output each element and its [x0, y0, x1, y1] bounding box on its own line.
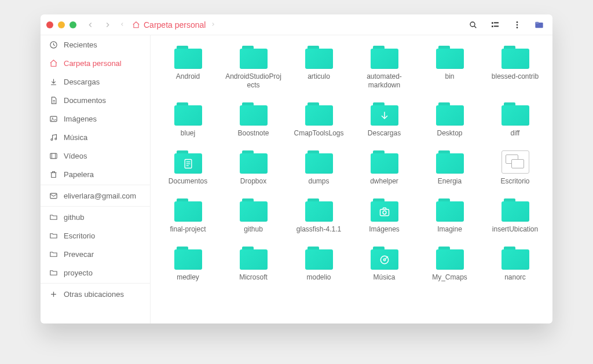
download-icon	[49, 77, 58, 86]
folder-label: glassfish-4.1.1	[296, 225, 341, 234]
folder-label: Documentos	[169, 177, 207, 186]
folder-item-github[interactable]: github	[222, 198, 285, 234]
folder-label: bin	[445, 72, 454, 81]
maximize-window-button[interactable]	[69, 21, 76, 28]
svg-rect-4	[492, 25, 493, 27]
breadcrumb[interactable]: Carpeta personal	[132, 20, 206, 30]
folder-item-final-project[interactable]: final-project	[156, 198, 219, 234]
folder-label: CmapToolsLogs	[294, 129, 343, 138]
folder-icon	[174, 46, 202, 69]
folder-label: modelio	[306, 273, 331, 282]
image-icon	[49, 114, 58, 123]
back-button[interactable]	[83, 18, 97, 32]
sidebar-item-escritorio[interactable]: Escritorio	[41, 226, 150, 245]
folder-label: Dropbox	[240, 177, 266, 186]
folder-item-desktop[interactable]: Desktop	[418, 102, 481, 138]
folder-item-diff[interactable]: diff	[484, 102, 547, 138]
folder-icon	[305, 150, 333, 174]
folder-item-dumps[interactable]: dumps	[287, 150, 350, 186]
folder-icon	[240, 198, 268, 222]
folder-item-modelio[interactable]: modelio	[287, 247, 350, 282]
menu-button[interactable]	[510, 17, 525, 32]
svg-rect-5	[494, 25, 499, 27]
folder-icon	[240, 102, 268, 126]
image-overlay-icon	[371, 201, 398, 222]
folder-icon	[371, 247, 398, 270]
svg-point-6	[517, 21, 518, 23]
sidebar-item-account[interactable]: eliverlara@gmail.com	[41, 186, 150, 205]
folder-icon	[174, 102, 202, 126]
folder-item-cmaptoolslogs[interactable]: CmapToolsLogs	[287, 102, 350, 138]
sidebar-item-vi-deos[interactable]: Vídeos	[41, 146, 150, 165]
svg-point-0	[470, 22, 475, 27]
files-app-icon[interactable]	[532, 17, 547, 32]
folder-label: articulo	[308, 72, 330, 81]
svg-rect-2	[492, 22, 493, 24]
folder-item-nanorc[interactable]: nanorc	[484, 247, 547, 282]
folder-icon	[174, 198, 202, 222]
folder-icon	[240, 46, 268, 69]
folder-label: My_Cmaps	[432, 273, 467, 282]
search-button[interactable]	[466, 17, 481, 32]
folder-item-androidstudioprojects[interactable]: AndroidStudioProjects	[222, 46, 285, 90]
breadcrumb-separator-icon	[119, 20, 125, 29]
folder-item-energia[interactable]: Energia	[418, 150, 481, 186]
folder-icon	[240, 150, 268, 174]
sidebar-item-proyecto[interactable]: proyecto	[41, 263, 150, 282]
folder-item-documentos[interactable]: Documentos	[156, 150, 219, 186]
sidebar-item-descargas[interactable]: Descargas	[41, 72, 150, 91]
folder-label: Boostnote	[237, 129, 269, 138]
folder-item-articulo[interactable]: articulo	[287, 46, 350, 90]
sidebar-item-documentos[interactable]: Documentos	[41, 91, 150, 109]
folder-item-dropbox[interactable]: Dropbox	[222, 150, 285, 186]
file-manager-window: Carpeta personal RecientesCarpeta person…	[41, 14, 552, 323]
sidebar-item-carpeta-personal[interactable]: Carpeta personal	[41, 54, 150, 72]
folder-icon	[371, 150, 398, 174]
desktop-emblem-icon	[502, 150, 529, 174]
folder-item-dwhelper[interactable]: dwhelper	[353, 150, 416, 186]
view-list-button[interactable]	[488, 17, 503, 32]
svg-point-7	[517, 24, 518, 25]
sidebar-item-prevecar[interactable]: Prevecar	[41, 245, 150, 263]
folder-item-imagine[interactable]: Imagine	[418, 198, 481, 234]
folder-item-bin[interactable]: bin	[418, 46, 481, 90]
close-window-button[interactable]	[46, 21, 53, 28]
folder-icon	[371, 102, 398, 126]
minimize-window-button[interactable]	[58, 21, 65, 28]
folder-item-android[interactable]: Android	[156, 46, 219, 90]
sidebar-item-ima-genes[interactable]: Imágenes	[41, 109, 150, 128]
sidebar-item-label: Escritorio	[64, 231, 95, 240]
sidebar-item-mu-sica[interactable]: Música	[41, 128, 150, 146]
folder-item-glassfish-4-1-1[interactable]: glassfish-4.1.1	[287, 198, 350, 234]
folder-item-automated-markdown[interactable]: automated-markdown	[353, 46, 416, 90]
folder-icon	[502, 102, 529, 126]
folder-item-ima-genes[interactable]: Imágenes	[353, 198, 416, 234]
sidebar-item-recientes[interactable]: Recientes	[41, 35, 150, 54]
video-icon	[49, 151, 58, 160]
folder-icon	[49, 231, 58, 240]
forward-button[interactable]	[101, 18, 115, 32]
folder-item-boostnote[interactable]: Boostnote	[222, 102, 285, 138]
folder-icon	[371, 198, 398, 222]
folder-item-my_cmaps[interactable]: My_Cmaps	[418, 247, 481, 282]
folder-icon	[436, 46, 464, 69]
sidebar-item-other-locations[interactable]: Otras ubicaciones	[41, 285, 150, 303]
folder-item-mu-sica[interactable]: Música	[353, 247, 416, 282]
folder-item-insertubication[interactable]: insertUbication	[484, 198, 547, 234]
sidebar-item-papelera[interactable]: Papelera	[41, 165, 150, 183]
folder-item-descargas[interactable]: Descargas	[353, 102, 416, 138]
document-overlay-icon	[174, 153, 202, 174]
document-icon	[49, 95, 58, 105]
folder-item-escritorio[interactable]: Escritorio	[484, 150, 547, 186]
folder-label: diff	[511, 129, 520, 138]
folder-label: Android	[176, 72, 200, 81]
folder-icon	[49, 249, 58, 259]
folder-item-bluej[interactable]: bluej	[156, 102, 219, 138]
folder-item-microsoft[interactable]: Microsoft	[222, 247, 285, 282]
sidebar-item-github[interactable]: github	[41, 208, 150, 226]
folder-label: Desktop	[437, 129, 462, 138]
main-content[interactable]: AndroidAndroidStudioProjectsarticuloauto…	[151, 35, 552, 323]
folder-item-medley[interactable]: medley	[156, 247, 219, 282]
folder-icon	[436, 102, 464, 126]
folder-item-blessed-contrib[interactable]: blessed-contrib	[484, 46, 547, 90]
